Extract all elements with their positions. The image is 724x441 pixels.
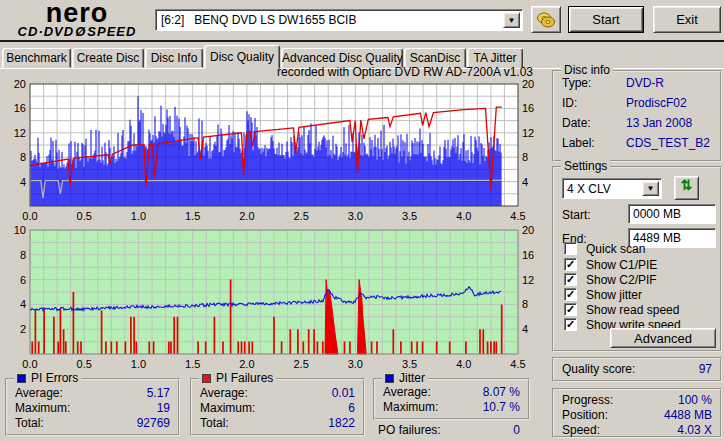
show-jitter-checkbox[interactable]: ✓	[564, 288, 577, 301]
show-c2-pif-checkbox[interactable]: ✓	[564, 273, 577, 286]
po-failures-row: PO failures:0	[378, 423, 520, 438]
disc-info-title: Disc info	[561, 63, 613, 77]
refresh-button[interactable]: ⇅	[674, 176, 699, 200]
stat-row: Maximum:19	[15, 401, 170, 416]
quality-score-panel: Quality score:97	[552, 357, 722, 382]
disc-label-row: Label:CDS_TEST_B2	[562, 136, 595, 151]
pi-errors-legend-icon	[17, 374, 26, 383]
jitter-stats-panel: Jitter Average:8.07 % Maximum:10.7 %	[373, 378, 530, 420]
svg-text:0.5: 0.5	[77, 358, 92, 370]
tab-disc-quality[interactable]: Disc Quality	[204, 45, 280, 69]
quick-scan-checkbox[interactable]	[564, 242, 577, 255]
drive-select-value: [6:2] BENQ DVD LS DW1655 BCIB	[161, 13, 356, 27]
svg-text:4.5: 4.5	[510, 210, 525, 222]
svg-text:8: 8	[20, 249, 26, 261]
svg-text:16: 16	[14, 102, 26, 114]
pi-errors-chart: 48121620481216200.00.51.01.52.02.53.03.5…	[0, 78, 545, 226]
nero-logo-text: nero	[4, 1, 150, 25]
svg-text:1.0: 1.0	[131, 210, 146, 222]
svg-text:0.0: 0.0	[22, 210, 37, 222]
svg-text:4.0: 4.0	[456, 210, 471, 222]
svg-text:20: 20	[522, 224, 534, 236]
svg-text:8: 8	[522, 298, 528, 310]
eject-discs-button[interactable]	[531, 6, 561, 33]
discs-icon	[536, 11, 556, 29]
stat-row: Total:92769	[15, 416, 170, 431]
svg-text:4: 4	[522, 323, 528, 335]
pi-failures-legend-icon	[202, 374, 211, 383]
speed-dropdown-arrow-icon[interactable]: ▼	[642, 181, 659, 196]
svg-text:3.5: 3.5	[402, 210, 417, 222]
svg-text:12: 12	[522, 127, 534, 139]
svg-text:16: 16	[522, 102, 534, 114]
svg-text:10: 10	[14, 224, 26, 236]
stat-row: Average:5.17	[15, 386, 170, 401]
svg-text:12: 12	[14, 127, 26, 139]
show-write-speed-checkbox[interactable]: ✓	[564, 318, 577, 331]
svg-text:6: 6	[20, 274, 26, 286]
svg-text:1.5: 1.5	[185, 210, 200, 222]
stat-row: Maximum:6	[200, 401, 355, 416]
disc-date-row: Date:13 Jan 2008	[562, 116, 591, 131]
svg-text:12: 12	[522, 274, 534, 286]
svg-text:8: 8	[522, 151, 528, 163]
svg-text:2.5: 2.5	[293, 358, 308, 370]
svg-text:2: 2	[20, 323, 26, 335]
start-button[interactable]: Start	[568, 6, 644, 33]
advanced-button[interactable]: Advanced	[610, 328, 716, 348]
speed-row: Speed:4.03 X	[562, 423, 712, 438]
stat-row: Maximum:10.7 %	[383, 400, 520, 415]
drive-select[interactable]: [6:2] BENQ DVD LS DW1655 BCIB ▼	[155, 9, 523, 31]
show-read-speed-checkbox[interactable]: ✓	[564, 303, 577, 316]
pi-failures-stats-panel: PI Failures Average:0.01 Maximum:6 Total…	[190, 378, 365, 436]
refresh-icon: ⇅	[681, 177, 693, 193]
start-position-field[interactable]: 0000 MB	[628, 204, 716, 224]
svg-text:4.0: 4.0	[456, 358, 471, 370]
disc-id-row: ID:ProdiscF02	[562, 96, 577, 111]
cdspeed-logo-text: CD·DVDØSPEED	[4, 25, 150, 38]
stat-row: Average:0.01	[200, 386, 355, 401]
svg-text:3.0: 3.0	[348, 210, 363, 222]
svg-text:2.0: 2.0	[239, 358, 254, 370]
svg-text:4: 4	[20, 176, 26, 188]
dropdown-arrow-icon[interactable]: ▼	[503, 12, 520, 28]
svg-text:1.0: 1.0	[131, 358, 146, 370]
disc-glyph-icon: Ø	[74, 24, 87, 39]
svg-text:8: 8	[20, 151, 26, 163]
pi-failures-legend: PI Failures	[199, 371, 276, 385]
disc-type-row: Type:DVD-R	[562, 76, 591, 91]
svg-text:2.5: 2.5	[293, 210, 308, 222]
start-position-label: Start:	[562, 208, 591, 222]
quality-score-row: Quality score:97	[562, 362, 712, 377]
settings-panel: Settings 4 X CLV ▼ ⇅ Start: 0000 MB End:…	[552, 166, 722, 352]
app-logo: nero CD·DVDØSPEED	[4, 1, 150, 41]
exit-button[interactable]: Exit	[653, 6, 721, 33]
progress-panel: Progress:100 % Position:4488 MB Speed:4.…	[552, 388, 722, 438]
svg-text:4.5: 4.5	[510, 358, 525, 370]
speed-select[interactable]: 4 X CLV ▼	[562, 178, 662, 199]
svg-text:1.5: 1.5	[185, 358, 200, 370]
show-c1-pie-checkbox[interactable]: ✓	[564, 258, 577, 271]
svg-text:20: 20	[14, 78, 26, 90]
stat-row: Total:1822	[200, 416, 355, 431]
svg-text:4: 4	[522, 176, 528, 188]
stat-row: Average:8.07 %	[383, 385, 520, 400]
position-row: Position:4488 MB	[562, 408, 712, 423]
progress-row: Progress:100 %	[562, 393, 712, 408]
settings-title: Settings	[561, 159, 610, 173]
svg-text:16: 16	[522, 249, 534, 261]
speed-select-value: 4 X CLV	[567, 182, 611, 196]
jitter-legend-icon	[385, 374, 394, 383]
header-divider	[0, 40, 724, 42]
svg-text:20: 20	[522, 78, 534, 90]
disc-info-panel: Disc info Type:DVD-R ID:ProdiscF02 Date:…	[552, 70, 722, 162]
svg-text:3.5: 3.5	[402, 358, 417, 370]
pi-failures-jitter-chart: 246810481216200.00.51.01.52.02.53.03.54.…	[0, 222, 545, 374]
pi-errors-stats-panel: PI Errors Average:5.17 Maximum:19 Total:…	[5, 378, 180, 436]
jitter-legend: Jitter	[382, 371, 428, 385]
svg-text:2.0: 2.0	[239, 210, 254, 222]
pi-errors-legend: PI Errors	[14, 371, 81, 385]
svg-text:4: 4	[20, 298, 26, 310]
svg-text:0.5: 0.5	[77, 210, 92, 222]
svg-text:3.0: 3.0	[348, 358, 363, 370]
